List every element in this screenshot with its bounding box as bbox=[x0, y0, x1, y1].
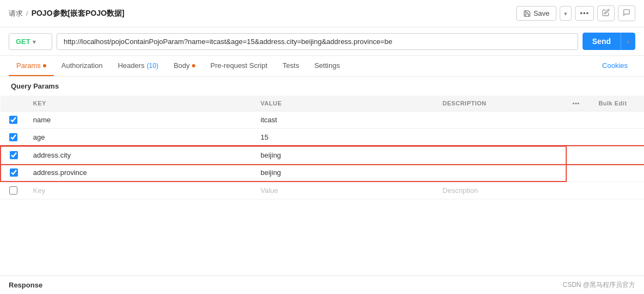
row1-checkbox[interactable] bbox=[9, 116, 17, 124]
save-icon bbox=[523, 10, 531, 17]
placeholder-description[interactable]: Description bbox=[436, 182, 566, 199]
row2-key[interactable]: age bbox=[27, 129, 254, 147]
url-bar: GET Send bbox=[0, 27, 644, 56]
row4-more bbox=[566, 164, 592, 182]
method-select[interactable]: GET bbox=[9, 33, 52, 50]
placeholder-more bbox=[566, 182, 592, 199]
bottom-bar: Response CSDN @黑马程序员官方 bbox=[0, 276, 644, 294]
row1-description[interactable] bbox=[436, 111, 566, 129]
row4-description[interactable] bbox=[436, 164, 566, 182]
save-label: Save bbox=[534, 9, 550, 17]
save-dropdown-button[interactable] bbox=[560, 6, 572, 21]
query-params-section-title: Query Params bbox=[0, 77, 644, 96]
placeholder-checkbox-cell bbox=[1, 182, 27, 199]
tab-prerequest-label: Pre-request Script bbox=[210, 61, 268, 70]
row3-checkbox[interactable] bbox=[10, 151, 18, 159]
tab-settings[interactable]: Settings bbox=[307, 56, 348, 76]
tab-headers-count: (10) bbox=[147, 62, 158, 70]
col-header-value: VALUE bbox=[254, 96, 436, 111]
breadcrumb: 请求 / POJO参数[嵌套POJO数据] bbox=[9, 9, 125, 18]
table-header-row: KEY VALUE DESCRIPTION ••• Bulk Edit bbox=[1, 96, 644, 111]
tab-authorization[interactable]: Authorization bbox=[54, 56, 110, 76]
tab-settings-label: Settings bbox=[314, 61, 340, 70]
save-button[interactable]: Save bbox=[516, 6, 557, 21]
row3-checkbox-cell bbox=[1, 146, 27, 164]
row2-bulk bbox=[592, 129, 644, 147]
send-dropdown-button[interactable] bbox=[621, 33, 635, 50]
table-row: address.province beijing bbox=[1, 164, 644, 182]
col-header-description: DESCRIPTION bbox=[436, 96, 566, 111]
breadcrumb-prefix: 请求 bbox=[9, 9, 23, 18]
url-input[interactable] bbox=[57, 33, 578, 50]
col-header-key: KEY bbox=[27, 96, 254, 111]
row1-value[interactable]: itcast bbox=[254, 111, 436, 129]
edit-icon bbox=[602, 9, 610, 16]
breadcrumb-separator: / bbox=[26, 9, 28, 17]
table-row: age 15 bbox=[1, 129, 644, 147]
tab-cookies-label: Cookies bbox=[602, 61, 628, 70]
row2-more bbox=[566, 129, 592, 147]
tab-body-label: Body bbox=[174, 61, 190, 70]
method-label: GET bbox=[16, 37, 30, 46]
table-row: name itcast bbox=[1, 111, 644, 129]
row4-key[interactable]: address.province bbox=[27, 164, 254, 182]
row2-checkbox-cell bbox=[1, 129, 27, 147]
tab-params[interactable]: Params bbox=[9, 56, 54, 76]
placeholder-checkbox[interactable] bbox=[9, 186, 17, 195]
row4-checkbox-cell bbox=[1, 164, 27, 182]
comment-icon bbox=[623, 9, 630, 16]
row4-bulk bbox=[592, 164, 644, 182]
row4-value[interactable]: beijing bbox=[254, 164, 436, 182]
top-actions: Save ••• bbox=[516, 5, 635, 21]
tab-body[interactable]: Body bbox=[166, 56, 203, 76]
tab-cookies[interactable]: Cookies bbox=[595, 56, 635, 76]
col-header-more: ••• bbox=[566, 96, 592, 111]
row1-more bbox=[566, 111, 592, 129]
col-header-checkbox bbox=[1, 96, 27, 111]
row2-value[interactable]: 15 bbox=[254, 129, 436, 147]
row2-description[interactable] bbox=[436, 129, 566, 147]
tab-headers-label: Headers bbox=[118, 61, 145, 70]
content: Query Params KEY VALUE DESCRIPTION ••• B… bbox=[0, 77, 644, 199]
tabs: Params Authorization Headers (10) Body P… bbox=[0, 56, 644, 77]
tab-params-label: Params bbox=[16, 61, 41, 70]
top-bar: 请求 / POJO参数[嵌套POJO数据] Save ••• bbox=[0, 0, 644, 27]
send-label: Send bbox=[592, 37, 611, 46]
row3-bulk bbox=[592, 146, 644, 164]
tab-tests-label: Tests bbox=[283, 61, 299, 70]
placeholder-key[interactable]: Key bbox=[27, 182, 254, 199]
params-table: KEY VALUE DESCRIPTION ••• Bulk Edit name… bbox=[0, 96, 644, 199]
row1-key[interactable]: name bbox=[27, 111, 254, 129]
row4-checkbox[interactable] bbox=[10, 168, 18, 177]
edit-button[interactable] bbox=[597, 5, 615, 21]
row3-value[interactable]: beijing bbox=[254, 146, 436, 164]
row3-key[interactable]: address.city bbox=[27, 146, 254, 164]
send-button[interactable]: Send bbox=[583, 33, 621, 50]
table-row-placeholder: Key Value Description bbox=[1, 182, 644, 199]
send-group: Send bbox=[583, 33, 635, 50]
more-options-button[interactable]: ••• bbox=[575, 6, 594, 21]
row3-more bbox=[566, 146, 592, 164]
method-chevron-icon bbox=[33, 37, 36, 46]
response-label: Response bbox=[9, 281, 42, 289]
tab-prerequest[interactable]: Pre-request Script bbox=[203, 56, 275, 76]
more-dots: ••• bbox=[580, 9, 589, 17]
row3-description[interactable] bbox=[436, 146, 566, 164]
row1-bulk bbox=[592, 111, 644, 129]
tab-headers[interactable]: Headers (10) bbox=[110, 56, 166, 76]
row1-checkbox-cell bbox=[1, 111, 27, 129]
params-dot bbox=[43, 64, 46, 67]
send-chevron-icon bbox=[627, 37, 630, 46]
placeholder-value[interactable]: Value bbox=[254, 182, 436, 199]
csdn-watermark: CSDN @黑马程序员官方 bbox=[562, 280, 635, 290]
col-header-bulk-edit: Bulk Edit bbox=[592, 96, 644, 111]
placeholder-bulk bbox=[592, 182, 644, 199]
page-title: POJO参数[嵌套POJO数据] bbox=[32, 9, 125, 18]
tab-authorization-label: Authorization bbox=[61, 61, 103, 70]
comment-button[interactable] bbox=[618, 5, 635, 21]
tab-tests[interactable]: Tests bbox=[275, 56, 307, 76]
body-dot bbox=[192, 64, 195, 67]
chevron-down-icon bbox=[564, 9, 567, 17]
row2-checkbox[interactable] bbox=[9, 133, 17, 141]
table-row: address.city beijing bbox=[1, 146, 644, 164]
